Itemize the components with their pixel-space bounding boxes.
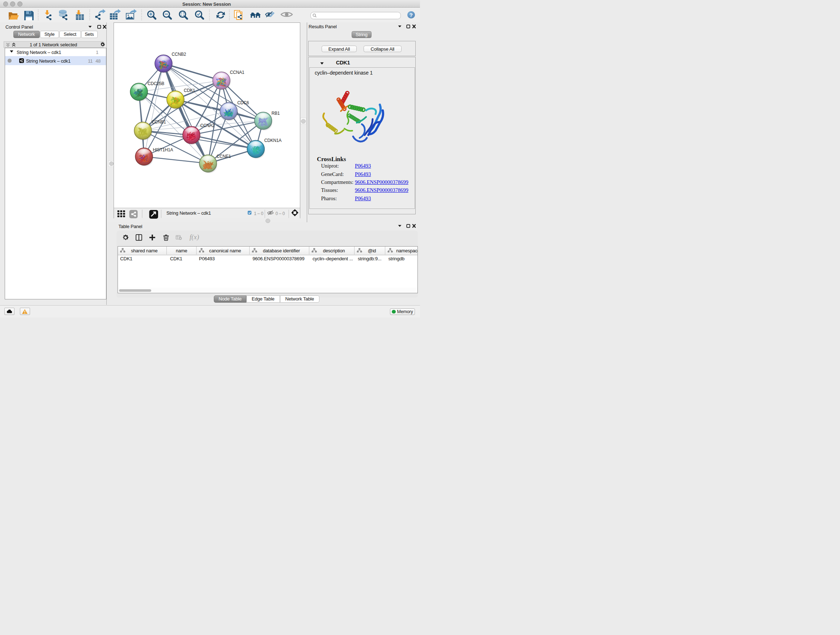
svg-text:description: description — [323, 248, 345, 253]
svg-text:canonical name: canonical name — [209, 248, 241, 253]
svg-text:@id: @id — [368, 248, 376, 253]
svg-text:CDC25B: CDC25B — [148, 81, 164, 86]
svg-text:shared name: shared name — [131, 248, 157, 253]
svg-text:name: name — [175, 248, 187, 253]
svg-text:CCNB2: CCNB2 — [172, 52, 186, 57]
svg-text:CDC6: CDC6 — [237, 100, 249, 105]
svg-text:CDK1: CDK1 — [184, 88, 195, 93]
svg-text:namespace: namespace — [396, 248, 418, 253]
svg-text:CCNA1: CCNA1 — [230, 70, 245, 75]
svg-text:CDKN1A: CDKN1A — [264, 138, 282, 143]
svg-text:CCNB1: CCNB1 — [152, 119, 166, 125]
svg-text:CCNA2: CCNA2 — [201, 123, 215, 128]
svg-text:RB1: RB1 — [272, 111, 280, 116]
svg-text:database identifier: database identifier — [263, 248, 300, 253]
svg-text:CCNE1: CCNE1 — [217, 154, 231, 159]
svg-text:HIST1H1A: HIST1H1A — [153, 147, 173, 152]
